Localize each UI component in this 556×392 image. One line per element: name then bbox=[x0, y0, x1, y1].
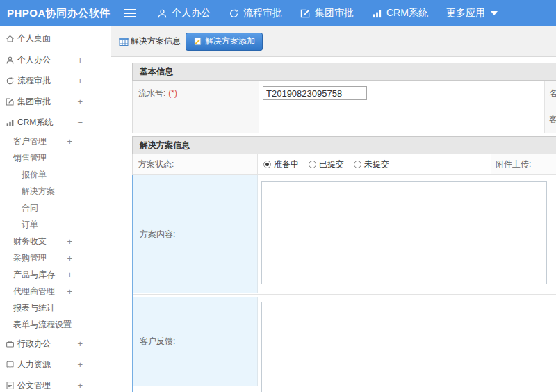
sidebar-item-personal-desktop[interactable]: 个人桌面 bbox=[0, 28, 111, 49]
section-header-solution: 解决方案信息 bbox=[132, 136, 556, 154]
cycle-icon bbox=[5, 76, 15, 85]
sidebar-item-workflow-approval[interactable]: 流程审批 + bbox=[0, 70, 111, 91]
attachment-label-cell: 附件上传: bbox=[491, 154, 556, 175]
serial-field-cell bbox=[259, 81, 545, 106]
status-row: 方案状态: 准备中 已提交 bbox=[133, 154, 556, 175]
content-textarea[interactable] bbox=[261, 181, 547, 284]
topnav-personal-office[interactable]: 个人办公 bbox=[148, 0, 220, 26]
main-content: 基本信息 流水号: (*) 名称: bbox=[111, 57, 556, 392]
top-navigation: 个人办公 流程审批 集团审批 CRM系统 更多应用 bbox=[148, 0, 507, 26]
topnav-group-approval[interactable]: 集团审批 bbox=[291, 0, 363, 26]
sidebar-item-crm-system[interactable]: CRM系统 − bbox=[0, 112, 111, 133]
topnav-more-apps[interactable]: 更多应用 bbox=[437, 0, 507, 26]
sidebar-item-purchasing[interactable]: 采购管理 + bbox=[0, 250, 111, 266]
sidebar-item-order[interactable]: 订单 bbox=[0, 216, 111, 233]
required-mark: (*) bbox=[168, 88, 177, 98]
collapse-minus: − bbox=[77, 117, 83, 128]
expand-plus: + bbox=[77, 97, 83, 107]
solution-add-form: 基本信息 流水号: (*) 名称: bbox=[132, 63, 556, 392]
feedback-label: 客户反馈: bbox=[140, 336, 175, 348]
feedback-label-cell: 客户反馈: bbox=[133, 297, 258, 386]
sidebar-label: 表单与流程设置 bbox=[13, 319, 72, 331]
content-label: 方案内容: bbox=[140, 229, 175, 240]
book-icon bbox=[5, 360, 15, 369]
sidebar-item-group-approval[interactable]: 集团审批 + bbox=[0, 91, 111, 112]
status-field-cell: 准备中 已提交 未提交 bbox=[258, 154, 491, 175]
sidebar-label: 个人桌面 bbox=[17, 33, 51, 44]
phpoa-app: PHPOA协同办公软件 个人办公 流程审批 集团审批 bbox=[0, 0, 556, 392]
user-icon bbox=[5, 56, 15, 65]
collapse-minus: − bbox=[67, 153, 72, 163]
sidebar-label: 采购管理 bbox=[13, 252, 47, 264]
sidebar-item-reports-statistics[interactable]: 报表与统计 bbox=[0, 300, 111, 316]
expand-plus: + bbox=[67, 253, 72, 263]
topnav-label: CRM系统 bbox=[386, 7, 428, 19]
topnav-workflow-approval[interactable]: 流程审批 bbox=[220, 0, 291, 26]
customer-label: 客户: bbox=[549, 114, 556, 126]
sidebar-label: 报表与统计 bbox=[13, 302, 55, 314]
serial-label: 流水号: bbox=[138, 88, 165, 99]
edit-icon bbox=[300, 8, 311, 19]
sidebar-item-sales-management[interactable]: 销售管理 − bbox=[0, 149, 111, 166]
sidebar-label: 流程审批 bbox=[17, 75, 51, 87]
expand-plus: + bbox=[77, 380, 83, 391]
radio-submitted[interactable]: 已提交 bbox=[309, 158, 344, 170]
tab-solution-info[interactable]: 解决方案信息 bbox=[115, 35, 184, 47]
sidebar-item-finance[interactable]: 财务收支 + bbox=[0, 233, 111, 250]
sidebar-item-human-resources[interactable]: 人力资源 + bbox=[0, 354, 111, 375]
edit-icon bbox=[5, 97, 15, 106]
status-label: 方案状态: bbox=[138, 158, 174, 170]
name-label-cell: 名称: bbox=[545, 81, 556, 106]
caret-down-icon bbox=[491, 11, 498, 15]
tabbar: 解决方案信息 解决方案添加 bbox=[111, 26, 556, 57]
sidebar-label: 人力资源 bbox=[17, 359, 51, 370]
basic-info-table: 流水号: (*) 名称: 客户: bbox=[132, 81, 556, 133]
tab-label: 解决方案添加 bbox=[205, 35, 255, 47]
sidebar-item-contract[interactable]: 合同 bbox=[0, 199, 111, 216]
empty-field-cell bbox=[259, 106, 545, 133]
sidebar-item-personal-office[interactable]: 个人办公 + bbox=[0, 49, 111, 70]
feedback-textarea[interactable] bbox=[261, 302, 556, 392]
sidebar-item-document-management[interactable]: 公文管理 + bbox=[0, 375, 111, 392]
serial-input[interactable] bbox=[263, 86, 367, 100]
sidebar-label: 客户管理 bbox=[13, 136, 47, 147]
topnav-crm-system[interactable]: CRM系统 bbox=[363, 0, 437, 26]
sidebar-item-solution[interactable]: 解决方案 bbox=[0, 183, 111, 199]
section-header-basic: 基本信息 bbox=[132, 63, 556, 81]
status-radio-group: 准备中 已提交 未提交 bbox=[263, 158, 399, 170]
radio-label: 已提交 bbox=[319, 158, 344, 170]
sidebar-item-product-inventory[interactable]: 产品与库存 + bbox=[0, 266, 111, 283]
sidebar-label: 产品与库存 bbox=[13, 269, 55, 281]
radio-not-submitted[interactable]: 未提交 bbox=[354, 158, 389, 170]
sidebar-item-administration[interactable]: 行政办公 + bbox=[0, 333, 111, 354]
tab-label: 解决方案信息 bbox=[131, 35, 181, 47]
radio-preparing[interactable]: 准备中 bbox=[263, 158, 299, 170]
topnav-label: 集团审批 bbox=[315, 7, 354, 19]
home-icon bbox=[5, 34, 15, 43]
sidebar-label: 解决方案 bbox=[22, 186, 55, 197]
topnav-label: 个人办公 bbox=[172, 7, 211, 19]
sidebar-item-form-workflow-settings[interactable]: 表单与流程设置 + bbox=[0, 316, 111, 333]
sidebar-label: 行政办公 bbox=[17, 338, 51, 350]
content-label-cell: 方案内容: bbox=[133, 175, 258, 293]
topnav-label: 更多应用 bbox=[446, 7, 485, 19]
topnav-label: 流程审批 bbox=[243, 7, 282, 19]
content-field-cell bbox=[258, 175, 556, 294]
sidebar-item-customer-management[interactable]: 客户管理 + bbox=[0, 133, 111, 149]
radio-selected-icon bbox=[263, 161, 271, 168]
feedback-row: 客户反馈: bbox=[133, 297, 556, 392]
expand-plus: + bbox=[67, 136, 72, 147]
expand-plus: + bbox=[67, 320, 72, 330]
sidebar-item-quotation[interactable]: 报价单 bbox=[0, 166, 111, 183]
tab-solution-add[interactable]: 解决方案添加 bbox=[186, 33, 263, 51]
expand-plus: + bbox=[67, 270, 72, 280]
sidebar-item-agent-management[interactable]: 代理商管理 + bbox=[0, 283, 111, 300]
expand-plus: + bbox=[77, 55, 83, 65]
sidebar-label: 代理商管理 bbox=[13, 286, 55, 297]
app-logo: PHPOA协同办公软件 bbox=[7, 0, 111, 26]
expand-plus: + bbox=[67, 286, 72, 297]
hamburger-menu-icon[interactable] bbox=[124, 9, 136, 17]
expand-plus: + bbox=[77, 359, 83, 370]
sidebar-label: 报价单 bbox=[22, 169, 47, 181]
user-icon bbox=[157, 8, 167, 19]
